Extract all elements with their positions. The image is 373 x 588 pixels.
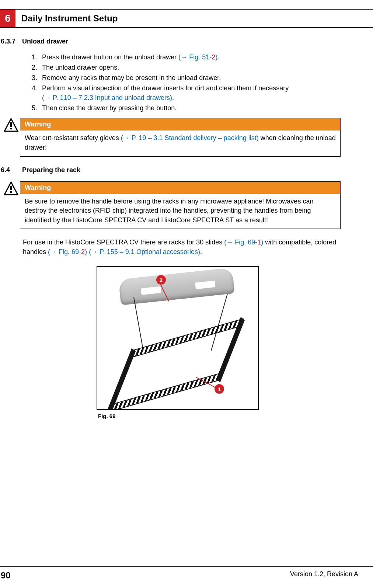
- svg-rect-4: [10, 186, 12, 190]
- warning-icon-column: [2, 181, 20, 195]
- warning-content: Warning Be sure to remove the handle bef…: [20, 181, 341, 229]
- handle-slot: [141, 286, 161, 295]
- page-header: 6 Daily Instrument Setup: [0, 9, 373, 28]
- chapter-title: Daily Instrument Setup: [15, 10, 123, 27]
- intro-text-tail: .: [200, 248, 202, 255]
- rack-body-graphic: [107, 302, 250, 410]
- figure-callout-1: 1: [215, 384, 224, 394]
- cross-ref-link[interactable]: (→ Fig. 69-1): [224, 239, 263, 246]
- step-1: Press the drawer button on the unload dr…: [39, 53, 341, 62]
- warning-label: Warning: [20, 182, 340, 194]
- warning-content: Warning Wear cut-resistant safety gloves…: [20, 118, 341, 156]
- warning-icon-column: [2, 118, 20, 132]
- svg-rect-2: [10, 128, 12, 129]
- cross-ref-link[interactable]: (→ P. 155 – 9.1 Optional accessories): [89, 248, 200, 255]
- step-text: Press the drawer button on the unload dr…: [42, 53, 178, 61]
- section-title: Unload drawer: [22, 38, 68, 45]
- rack-bottom-rail: [108, 372, 222, 410]
- page-number: 90: [1, 570, 11, 581]
- svg-rect-1: [10, 122, 12, 127]
- figure-caption: Fig. 69: [98, 413, 259, 419]
- section-6-3-7-heading: 6.3.7 Unload drawer: [0, 38, 355, 45]
- link-prefix: (→ Fig. 69-: [48, 248, 81, 255]
- warning-body: Be sure to remove the handle before usin…: [20, 194, 340, 229]
- step-text: Perform a visual inspection of the drawe…: [42, 84, 289, 92]
- step-4: Perform a visual inspection of the drawe…: [39, 84, 341, 103]
- unload-drawer-steps: Press the drawer button on the unload dr…: [39, 53, 341, 113]
- link-callout-number: 2: [212, 53, 215, 61]
- warning-triangle-icon: [4, 118, 18, 132]
- step-text-tail: .: [217, 53, 219, 61]
- figure-69-image: 2 1: [97, 266, 259, 410]
- section-6-4-heading: 6.4 Preparing the rack: [0, 166, 355, 174]
- chapter-number-badge: 6: [0, 10, 15, 27]
- step-2: The unload drawer opens.: [39, 63, 341, 73]
- warning-box-1: Warning Wear cut-resistant safety gloves…: [2, 118, 341, 156]
- warning-text: Wear cut-resistant safety gloves: [25, 134, 121, 142]
- section-number: 6.3.7: [0, 38, 22, 45]
- link-prefix: (→ Fig. 51-: [178, 53, 212, 61]
- cross-ref-link[interactable]: (→ Fig. 69-2): [48, 248, 87, 255]
- link-prefix: (→ Fig. 69-: [224, 239, 257, 246]
- svg-rect-5: [10, 191, 12, 193]
- page-content: 6.3.7 Unload drawer Press the drawer but…: [0, 33, 373, 419]
- cross-ref-link[interactable]: (→ Fig. 51-2): [178, 53, 217, 61]
- step-3: Remove any racks that may be present in …: [39, 73, 341, 83]
- handle-slot: [195, 281, 216, 289]
- version-text: Version 1.2, Revision A: [290, 570, 358, 581]
- warning-triangle-icon: [4, 181, 18, 195]
- section-title: Preparing the rack: [22, 166, 80, 174]
- warning-box-2: Warning Be sure to remove the handle bef…: [2, 181, 341, 229]
- rack-intro-paragraph: For use in the HistoCore SPECTRA CV ther…: [23, 238, 338, 257]
- cross-ref-link[interactable]: (→ P. 110 – 7.2.3 Input and unload drawe…: [42, 94, 172, 101]
- warning-body: Wear cut-resistant safety gloves (→ P. 1…: [20, 131, 340, 156]
- link-callout-number: 1: [257, 239, 261, 246]
- link-callout-number: 2: [81, 248, 85, 255]
- warning-label: Warning: [20, 118, 340, 131]
- cross-ref-link[interactable]: (→ P. 19 – 3.1 Standard delivery – packi…: [121, 134, 259, 142]
- page-footer: 90 Version 1.2, Revision A: [0, 566, 373, 581]
- rack-handle-graphic: [118, 268, 235, 305]
- step-5: Then close the drawer by pressing the bu…: [39, 104, 341, 113]
- step-text-tail: .: [172, 94, 174, 101]
- figure-69-wrap: 2 1 Fig. 69: [97, 266, 259, 419]
- section-number: 6.4: [0, 166, 22, 174]
- intro-text: For use in the HistoCore SPECTRA CV ther…: [23, 239, 224, 246]
